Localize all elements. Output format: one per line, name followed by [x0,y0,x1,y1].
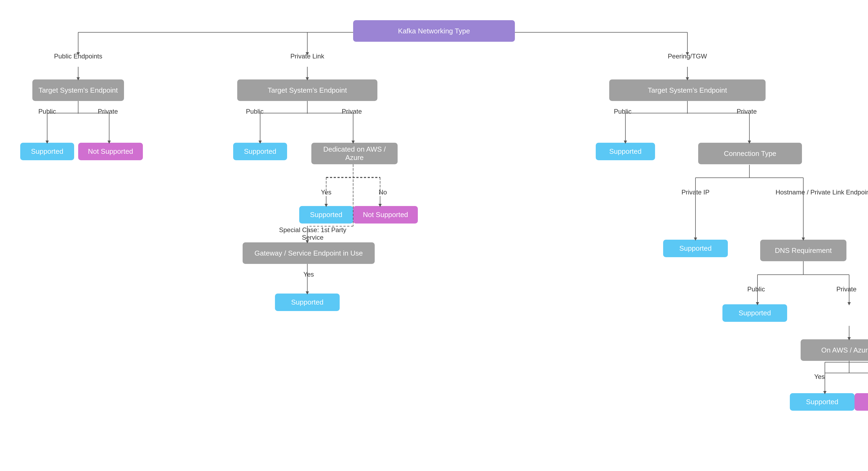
supported-8-node: Supported [790,393,855,411]
target1-node: Target System's Endpoint [32,79,124,101]
no-label2: No [864,373,868,380]
yes-label3: Yes [811,373,828,380]
supported-7-node: Supported [722,304,787,322]
supported-6-label: Supported [679,244,712,253]
supported-3-label: Supported [310,211,342,219]
dedicated-aws-label: Dedicated on AWS / Azure [316,145,393,162]
supported-1-node: Supported [20,143,74,160]
supported-4-label: Supported [291,298,323,306]
public-label1: Public [35,108,59,115]
target3-node: Target System's Endpoint [609,79,766,101]
private-label4: Private [833,285,860,293]
target2-label: Target System's Endpoint [268,86,347,95]
hostname-label: Hostname / Private Link Endpoint [774,189,868,196]
supported-6-node: Supported [663,240,728,257]
gateway-node: Gateway / Service Endpoint in Use [243,242,375,264]
supported-1-label: Supported [31,147,63,156]
dedicated-aws-node: Dedicated on AWS / Azure [311,143,398,164]
supported-2-node: Supported [233,143,287,160]
branch2-label: Private Link [284,53,330,60]
not-supported-1-label: Not Supported [88,147,133,156]
private-label1: Private [94,108,121,115]
diagram: Kafka Networking Type Public Endpoints T… [0,0,868,471]
private-ip-label: Private IP [677,189,714,196]
supported-2-label: Supported [244,147,276,156]
not-supported-2-node: Not Supported [353,206,418,224]
supported-4-node: Supported [275,294,340,311]
connection-type-label: Connection Type [724,149,776,158]
no-label1: No [375,189,391,196]
special-case-label: Special Case: 1st Party Service [272,226,353,241]
target2-node: Target System's Endpoint [237,79,377,101]
connection-type-node: Connection Type [698,143,802,164]
yes-label1: Yes [317,189,336,196]
branch3-label: Peering/TGW [660,53,714,60]
dns-req-label: DNS Requirement [775,246,832,255]
public-label2: Public [243,108,267,115]
yes-label2: Yes [301,271,317,278]
root-label: Kafka Networking Type [398,27,470,35]
private-label3: Private [733,108,760,115]
not-supported-3-node: Not Supported [855,393,868,411]
supported-7-label: Supported [739,309,771,317]
target1-label: Target System's Endpoint [38,86,118,95]
on-aws-node: On AWS / Azure [801,339,868,361]
not-supported-2-label: Not Supported [363,211,408,219]
supported-8-label: Supported [806,398,838,406]
supported-3-node: Supported [299,206,353,224]
supported-5-label: Supported [609,147,642,156]
public-label4: Public [743,285,770,293]
dns-req-node: DNS Requirement [760,240,846,261]
on-aws-label: On AWS / Azure [822,346,868,355]
branch1-label: Public Endpoints [54,53,102,60]
target3-label: Target System's Endpoint [648,86,727,95]
not-supported-1-node: Not Supported [78,143,143,160]
root-node: Kafka Networking Type [353,20,515,42]
private-label2: Private [338,108,365,115]
gateway-label: Gateway / Service Endpoint in Use [254,249,363,258]
supported-5-node: Supported [596,143,655,160]
public-label3: Public [611,108,635,115]
